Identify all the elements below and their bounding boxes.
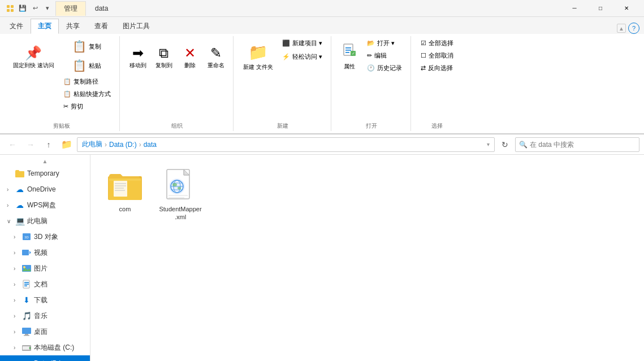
select-all-label: 全部选择: [429, 39, 453, 47]
svg-point-26: [29, 347, 31, 349]
help-button[interactable]: ?: [628, 23, 639, 34]
easy-access-icon: ⚡: [282, 53, 290, 60]
edit-button[interactable]: ✏ 编辑: [363, 50, 406, 61]
svg-rect-21: [22, 328, 31, 334]
sidebar-item-downloads[interactable]: › ⬇ 下载: [0, 292, 90, 308]
history-label: 历史记录: [377, 64, 402, 72]
clipboard-group-label: 剪贴板: [5, 122, 119, 130]
select-all-button[interactable]: ☑ 全部选择: [417, 37, 457, 49]
new-folder-icon: 📁: [248, 42, 268, 63]
rename-button[interactable]: ✎ 重命名: [204, 37, 228, 76]
breadcrumb[interactable]: 此电脑 › Data (D:) › data ▾: [77, 137, 495, 152]
open-button[interactable]: 📂 打开 ▾: [363, 37, 406, 49]
refresh-button[interactable]: ↻: [497, 137, 513, 153]
file-grid: com: [100, 164, 635, 227]
select-none-button[interactable]: ☐ 全部取消: [417, 50, 457, 61]
delete-icon: ✕: [184, 44, 196, 62]
breadcrumb-pc[interactable]: 此电脑: [82, 140, 102, 149]
sidebar-item-local-c[interactable]: › 本地磁盘 (C:): [0, 340, 90, 355]
breadcrumb-data-d[interactable]: Data (D:): [109, 141, 137, 149]
tab-view[interactable]: 查看: [87, 19, 115, 34]
up-button[interactable]: ↑: [41, 137, 57, 153]
onedrive-icon: ☁: [15, 184, 25, 194]
svg-rect-23: [24, 335, 29, 336]
copy-label: 复制: [89, 42, 101, 50]
xml-file-icon: [163, 169, 197, 203]
expand-arrow-music: ›: [14, 313, 20, 319]
sidebar-resize-handle[interactable]: [88, 155, 90, 361]
ribbon-collapse-btn[interactable]: ▲: [617, 24, 626, 33]
sidebar-item-documents[interactable]: › 文档: [0, 276, 90, 292]
close-button[interactable]: ✕: [613, 0, 639, 17]
history-button[interactable]: 🕐 历史记录: [363, 62, 406, 73]
move-to-label: 移动到: [129, 62, 146, 69]
select-all-icon: ☑: [421, 40, 426, 47]
sidebar-item-data-d[interactable]: ∨ Data (D:): [0, 355, 90, 361]
back-button[interactable]: ←: [5, 137, 20, 153]
new-item-button[interactable]: ⬛ 新建项目 ▾: [278, 37, 326, 49]
svg-rect-22: [25, 334, 28, 335]
paste-icon: 📋: [72, 58, 87, 73]
sidebar-item-desktop[interactable]: › 桌面: [0, 324, 90, 340]
sidebar-item-pictures[interactable]: › 图片: [0, 260, 90, 276]
active-ribbon-tab[interactable]: 管理: [55, 1, 86, 16]
file-item-com[interactable]: com: [100, 164, 150, 227]
svg-point-49: [178, 187, 181, 190]
copy-button[interactable]: 📋 复制: [59, 37, 115, 55]
tab-share[interactable]: 共享: [59, 19, 87, 34]
sidebar-item-onedrive[interactable]: › ☁ OneDrive: [0, 181, 90, 197]
sidebar-item-music[interactable]: › 🎵 音乐: [0, 308, 90, 324]
sidebar-scroll-up[interactable]: ▲: [0, 157, 90, 166]
sidebar-item-wps[interactable]: › ☁ WPS网盘: [0, 197, 90, 213]
breadcrumb-sep-2: ›: [139, 141, 141, 149]
wps-icon: ☁: [15, 200, 25, 210]
expand-arrow-wps: ›: [7, 202, 14, 208]
file-item-studentmapper[interactable]: StudentMapper .xml: [155, 164, 206, 227]
tab-home[interactable]: 主页: [31, 19, 59, 34]
copy-path-button[interactable]: 📋 复制路径: [59, 76, 115, 87]
select-none-icon: ☐: [421, 52, 426, 59]
documents-icon: [21, 279, 32, 289]
properties-button[interactable]: ✓ 属性: [337, 37, 362, 76]
search-input[interactable]: [530, 141, 636, 149]
expand-arrow-downloads: ›: [14, 297, 20, 303]
save-quick-btn[interactable]: 💾: [17, 3, 28, 14]
minimize-button[interactable]: ─: [561, 0, 587, 17]
sidebar-item-temporary[interactable]: Temporary: [0, 166, 90, 181]
sidebar-item-thispc[interactable]: ∨ 💻 此电脑: [0, 213, 90, 229]
delete-button[interactable]: ✕ 删除: [178, 37, 202, 76]
forward-button[interactable]: →: [23, 137, 38, 153]
svg-rect-3: [11, 9, 14, 12]
properties-label: 属性: [344, 63, 355, 70]
paste-button[interactable]: 📋 粘贴: [59, 56, 115, 75]
paste-shortcut-button[interactable]: 📋 粘贴快捷方式: [59, 88, 115, 99]
paste-shortcut-label: 粘贴快捷方式: [74, 90, 111, 98]
search-box: 🔍: [515, 137, 639, 152]
open-buttons: ✓ 属性 📂 打开 ▾ ✏ 编辑 🕐: [337, 37, 406, 130]
new-folder-button[interactable]: 📁 新建 文件夹: [239, 37, 277, 76]
more-quick-btn[interactable]: ▾: [42, 3, 53, 14]
sidebar-item-videos[interactable]: › 视频: [0, 245, 90, 260]
pin-quick-access-button[interactable]: 📌 固定到快 速访问: [9, 37, 58, 76]
svg-rect-25: [23, 346, 29, 350]
tab-manage[interactable]: 图片工具: [115, 19, 157, 34]
breadcrumb-data[interactable]: data: [144, 141, 157, 149]
cut-button[interactable]: ✂ 剪切: [59, 101, 115, 112]
rename-label: 重命名: [208, 62, 224, 69]
breadcrumb-dropdown-btn[interactable]: ▾: [487, 141, 490, 147]
copy-to-button[interactable]: ⧉ 复制到: [152, 37, 176, 76]
com-folder-name: com: [119, 205, 131, 213]
invert-selection-button[interactable]: ⇄ 反向选择: [417, 62, 457, 73]
move-to-button[interactable]: ➡ 移动到: [126, 37, 150, 76]
easy-access-button[interactable]: ⚡ 轻松访问 ▾: [278, 51, 326, 62]
svg-text:3D: 3D: [24, 236, 29, 239]
undo-quick-btn[interactable]: ↩: [29, 3, 41, 14]
delete-label: 删除: [184, 62, 196, 69]
tab-file[interactable]: 文件: [2, 19, 31, 34]
new-folder-label: 新建 文件夹: [243, 63, 273, 71]
new-group-label: 新建: [235, 122, 331, 130]
maximize-button[interactable]: □: [587, 0, 613, 17]
wps-label: WPS网盘: [27, 201, 56, 210]
new-item-icon: ⬛: [282, 40, 290, 47]
sidebar-item-3d[interactable]: › 3D 3D 对象: [0, 229, 90, 245]
